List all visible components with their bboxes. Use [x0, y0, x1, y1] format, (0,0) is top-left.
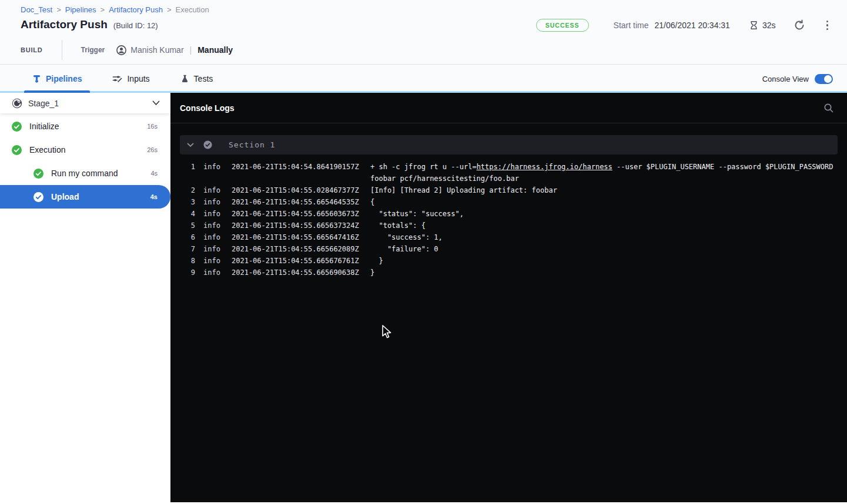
- breadcrumb-pipeline-name[interactable]: Artifactory Push: [109, 5, 163, 14]
- start-time-value: 21/06/2021 20:34:31: [654, 21, 729, 30]
- log-line: 5info2021-06-21T15:04:55.665637324Z "tot…: [178, 220, 847, 231]
- build-type-label: BUILD: [21, 46, 43, 53]
- step-label: Initialize: [29, 122, 147, 131]
- step-label: Run my command: [51, 169, 150, 178]
- step-run-my-command[interactable]: Run my command4s: [0, 162, 170, 185]
- console-view-toggle[interactable]: [815, 74, 833, 84]
- step-status-check-icon: [12, 145, 22, 155]
- log-text: }: [370, 257, 383, 265]
- log-line: foobar pcf/harnesscitesting/foo.bar: [178, 173, 847, 184]
- log-timestamp: 2021-06-21T15:04:55.665464535Z: [232, 196, 362, 208]
- step-execution[interactable]: Execution26s: [0, 138, 170, 162]
- log-message: }: [370, 267, 374, 278]
- log-line: 6info2021-06-21T15:04:55.665647416Z "suc…: [178, 231, 847, 243]
- log-message: }: [370, 255, 383, 267]
- step-label: Upload: [51, 192, 150, 201]
- log-text: "totals": {: [370, 221, 426, 230]
- log-rows: 1info2021-06-21T15:04:54.864190157Z+ sh …: [170, 161, 847, 278]
- log-text: "success": 1,: [370, 233, 443, 241]
- log-line-number: 3: [178, 196, 195, 208]
- trigger-user-name[interactable]: Manish Kumar: [130, 45, 183, 55]
- step-duration: 26s: [147, 146, 158, 153]
- log-timestamp: 2021-06-21T15:04:55.665647416Z: [232, 231, 362, 243]
- log-text: "failure": 0: [370, 245, 438, 253]
- log-timestamp: 2021-06-21T15:04:55.665676761Z: [232, 255, 362, 267]
- log-timestamp: 2021-06-21T15:04:55.665603673Z: [232, 208, 362, 220]
- log-message: foobar pcf/harnesscitesting/foo.bar: [370, 173, 519, 184]
- log-text: --user $PLUGIN_USERNAME --password $PLUG…: [612, 163, 833, 171]
- trigger-type: Manually: [197, 45, 233, 55]
- start-time-label: Start time: [614, 21, 649, 30]
- execution-sidebar: Stage_1 Initialize16sExecution26sRun my …: [0, 93, 170, 502]
- log-line-number: 1: [178, 161, 195, 173]
- tab-pipelines-label: Pipelines: [46, 74, 82, 83]
- refresh-button[interactable]: [794, 19, 805, 31]
- breadcrumb-current: Execution: [176, 5, 209, 14]
- tests-flask-icon: [180, 74, 189, 83]
- trigger-label: Trigger: [81, 46, 105, 54]
- step-status-check-icon: [34, 192, 43, 202]
- log-level: info: [203, 231, 230, 243]
- log-timestamp: 2021-06-21T15:04:55.665637324Z: [232, 220, 362, 231]
- breadcrumb-pipelines[interactable]: Pipelines: [65, 5, 96, 14]
- status-badge: SUCCESS: [536, 19, 589, 32]
- refresh-icon: [794, 19, 805, 31]
- log-message: "success": 1,: [370, 231, 443, 243]
- log-level: info: [203, 161, 230, 173]
- step-label: Execution: [29, 145, 147, 154]
- console-view-label: Console View: [762, 75, 809, 83]
- log-level: info: [203, 220, 230, 231]
- log-level: info: [203, 267, 230, 278]
- log-message: {: [370, 196, 374, 208]
- breadcrumb-project[interactable]: Doc_Test: [21, 5, 52, 14]
- user-avatar-icon: [116, 45, 126, 55]
- step-status-check-icon: [12, 122, 22, 132]
- log-timestamp: 2021-06-21T15:04:55.665690638Z: [232, 267, 362, 278]
- log-line-number: 2: [178, 184, 195, 196]
- chevron-down-icon[interactable]: [152, 100, 160, 106]
- breadcrumb-separator: >: [101, 5, 105, 14]
- log-message: "totals": {: [370, 220, 426, 231]
- trigger-separator: |: [190, 45, 192, 55]
- section-chevron-down-icon[interactable]: [187, 143, 194, 147]
- log-line: 1info2021-06-21T15:04:54.864190157Z+ sh …: [178, 161, 847, 173]
- toggle-knob: [824, 75, 832, 83]
- log-timestamp: [232, 173, 362, 184]
- log-level: info: [203, 255, 230, 267]
- tab-inputs[interactable]: Inputs: [112, 65, 149, 93]
- more-options-button[interactable]: [823, 19, 832, 32]
- log-line-number: 5: [178, 220, 195, 231]
- stage-selector[interactable]: Stage_1: [0, 93, 170, 113]
- pipelines-icon: [32, 74, 41, 83]
- log-level: info: [203, 196, 230, 208]
- tab-pipelines[interactable]: Pipelines: [32, 65, 82, 93]
- header-divider: [62, 40, 62, 60]
- total-duration: 32s: [762, 21, 776, 30]
- log-message: "status": "success",: [370, 208, 464, 220]
- log-level: [203, 173, 230, 184]
- search-icon[interactable]: [823, 103, 834, 113]
- step-initialize[interactable]: Initialize16s: [0, 115, 170, 138]
- log-timestamp: 2021-06-21T15:04:54.864190157Z: [232, 161, 362, 173]
- tab-bar: Pipelines Inputs Tests Console View: [0, 65, 847, 93]
- log-link[interactable]: https://harness.jfrog.io/harness: [477, 163, 612, 171]
- step-duration: 16s: [147, 123, 158, 130]
- tab-inputs-label: Inputs: [127, 74, 149, 83]
- page-header: Doc_Test > Pipelines > Artifactory Push …: [0, 0, 847, 65]
- console-logs-title: Console Logs: [180, 103, 823, 113]
- log-text: "status": "success",: [370, 210, 464, 218]
- tab-tests[interactable]: Tests: [180, 65, 213, 93]
- build-id: (Build ID: 12): [113, 21, 158, 30]
- breadcrumb-separator: >: [167, 5, 172, 14]
- log-line-number: 4: [178, 208, 195, 220]
- log-timestamp: 2021-06-21T15:04:55.028467377Z: [232, 184, 362, 196]
- log-level: info: [203, 208, 230, 220]
- console-panel: Console Logs Section 1: [170, 93, 847, 502]
- step-upload[interactable]: Upload4s: [0, 185, 170, 209]
- hourglass-icon: [749, 20, 759, 31]
- log-message: + sh -c jfrog rt u --url=https://harness…: [370, 161, 833, 173]
- log-section-header[interactable]: Section 1: [180, 135, 838, 154]
- step-duration: 4s: [150, 170, 158, 177]
- breadcrumb: Doc_Test > Pipelines > Artifactory Push …: [21, 5, 209, 14]
- log-line: 9info2021-06-21T15:04:55.665690638Z}: [178, 267, 847, 278]
